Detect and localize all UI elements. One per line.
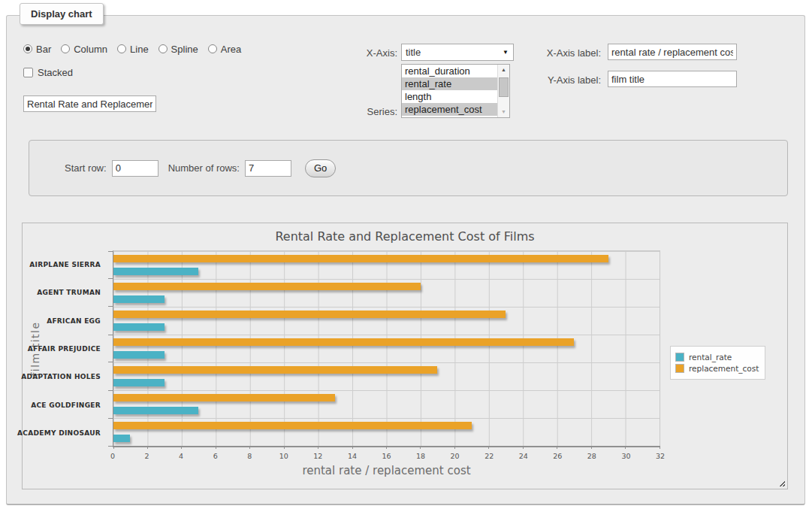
x-tick-label: 8: [247, 452, 252, 460]
x-tick-mark: [352, 446, 353, 449]
series-multiselect[interactable]: rental_durationrental_ratelengthreplacem…: [401, 64, 510, 118]
category-row: [113, 279, 660, 307]
series-scrollbar[interactable]: ▲ ▼: [497, 65, 509, 117]
bar-replacement_cost: [113, 422, 472, 429]
radio-area-icon[interactable]: [208, 44, 217, 53]
x-tick-label: 32: [656, 452, 665, 460]
num-rows-label: Number of rows:: [168, 162, 240, 174]
scroll-down-arrow-icon[interactable]: ▼: [498, 107, 509, 117]
chart-type-option-area[interactable]: Area: [208, 44, 241, 55]
chart: Rental Rate and Replacement Cost of Film…: [22, 223, 788, 489]
radio-line-icon[interactable]: [117, 44, 126, 53]
x-tick-label: 30: [621, 452, 630, 460]
x-tick-label: 4: [179, 452, 183, 460]
resize-handle-icon[interactable]: [777, 479, 785, 486]
chart-type-option-column[interactable]: Column: [61, 44, 107, 55]
x-tick-mark: [660, 446, 660, 449]
bar-replacement_cost: [113, 338, 574, 346]
bar-rental_rate: [113, 351, 165, 359]
x-tick-label: 22: [484, 452, 494, 460]
y-tick-mark: [108, 362, 113, 362]
x-axis-label-label: X-Axis label:: [488, 47, 601, 59]
stacked-row: Stacked: [23, 67, 73, 78]
x-tick-label: 12: [313, 452, 322, 460]
chart-title: Rental Rate and Replacement Cost of Film…: [23, 229, 787, 244]
bar-rental_rate: [113, 435, 130, 442]
y-tick-mark: [108, 278, 113, 279]
fieldset-legend: Display chart: [20, 3, 104, 25]
y-axis-labels: AIRPLANE SIERRAAGENT TRUMANAFRICAN EGGAF…: [23, 250, 107, 447]
y-tick-mark: [108, 446, 113, 447]
start-row-input[interactable]: [112, 160, 158, 177]
rows-panel: Start row: Number of rows: Go: [29, 140, 788, 196]
bar-rental_rate: [113, 407, 198, 414]
x-tick-label: 28: [587, 452, 596, 460]
category-row: [113, 335, 660, 362]
series-option-rental_duration[interactable]: rental_duration: [402, 65, 497, 77]
chart-type-option-line[interactable]: Line: [117, 44, 149, 55]
bar-replacement_cost: [113, 311, 506, 318]
legend-item-replacement_cost: replacement_cost: [675, 364, 759, 373]
legend-swatch-rental_rate: [675, 353, 684, 362]
radio-label-spline: Spline: [171, 44, 198, 55]
series-select-label: Series:: [322, 106, 397, 117]
x-tick-mark: [113, 446, 114, 449]
radio-label-area: Area: [221, 44, 241, 55]
radio-column-icon[interactable]: [61, 44, 70, 53]
stacked-checkbox[interactable]: [23, 68, 33, 77]
x-tick-label: 24: [519, 452, 528, 460]
radio-label-bar: Bar: [36, 44, 51, 55]
bar-rental_rate: [113, 379, 165, 386]
x-tick-mark: [318, 446, 318, 449]
x-tick-mark: [454, 446, 455, 449]
page: Display chart BarColumnLineSplineArea St…: [0, 0, 812, 512]
x-tick-label: 14: [348, 452, 357, 460]
category-label: ACE GOLDFINGER: [31, 401, 101, 409]
bar-replacement_cost: [113, 255, 608, 262]
legend-label-rental_rate: rental_rate: [689, 353, 732, 362]
series-option-replacement_cost[interactable]: replacement_cost: [402, 103, 497, 116]
x-axis-labels: 02468101214161820222426283032: [113, 452, 660, 461]
category-row: [113, 251, 660, 279]
x-tick-label: 18: [416, 452, 425, 460]
y-axis-label-input[interactable]: [608, 71, 737, 87]
legend-swatch-replacement_cost: [675, 364, 684, 373]
x-tick-mark: [523, 446, 524, 449]
category-label: ADAPTATION HOLES: [21, 373, 101, 380]
chart-title-input[interactable]: [23, 95, 156, 112]
category-row: [113, 418, 660, 446]
y-tick-mark: [108, 390, 113, 391]
chart-type-radios: BarColumnLineSplineArea: [23, 43, 241, 55]
x-axis-label-input[interactable]: [608, 44, 737, 60]
chart-type-option-spline[interactable]: Spline: [158, 44, 198, 55]
go-button[interactable]: Go: [305, 159, 336, 177]
x-tick-mark: [386, 446, 387, 449]
y-tick-mark: [108, 251, 113, 252]
x-tick-mark: [420, 446, 421, 449]
x-tick-mark: [216, 446, 216, 449]
radio-spline-icon[interactable]: [158, 44, 168, 53]
category-row: [113, 307, 660, 335]
bar-rental_rate: [113, 268, 198, 275]
x-tick-label: 20: [451, 452, 460, 460]
x-tick-mark: [488, 446, 489, 449]
category-label: AFRICAN EGG: [47, 317, 101, 325]
legend-item-rental_rate: rental_rate: [675, 353, 759, 362]
bar-rental_rate: [113, 323, 165, 331]
scroll-up-arrow-icon[interactable]: ▲: [498, 65, 509, 75]
series-option-rental_rate[interactable]: rental_rate: [402, 77, 497, 90]
radio-bar-icon[interactable]: [23, 44, 32, 53]
bar-rental_rate: [113, 295, 165, 303]
category-label: AFFAIR PREJUDICE: [28, 345, 101, 353]
num-rows-input[interactable]: [245, 160, 291, 177]
x-axis-select-label: X-Axis:: [322, 47, 397, 59]
y-axis-label-label: Y-Axis label:: [488, 74, 601, 86]
chart-type-option-bar[interactable]: Bar: [23, 44, 51, 55]
x-tick-mark: [557, 446, 557, 449]
x-tick-mark: [284, 446, 285, 449]
chart-legend: rental_ratereplacement_cost: [670, 346, 765, 380]
bar-replacement_cost: [113, 394, 335, 401]
series-option-length[interactable]: length: [402, 90, 497, 103]
x-tick-label: 2: [145, 452, 149, 460]
x-tick-mark: [181, 446, 182, 449]
